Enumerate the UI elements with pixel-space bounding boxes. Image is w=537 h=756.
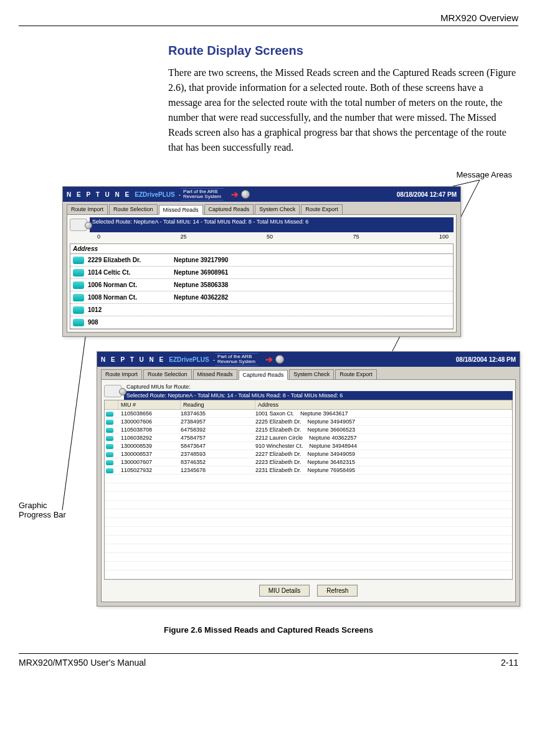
message-area-captured: Selected Route: NeptuneA - Total MIUs: 1… [124, 391, 513, 400]
grid-body: 1105038656183746351001 Saxon Ct. Neptune… [105, 410, 512, 579]
tab-captured-reads[interactable]: Captured Reads [204, 204, 254, 214]
table-row-empty [105, 518, 512, 527]
button-row: MIU Details Refresh [104, 580, 513, 599]
product-name: EZDrivePLUS [135, 191, 174, 198]
tab-route-export[interactable]: Route Export [335, 369, 377, 379]
table-row-empty [105, 544, 512, 553]
product-name: EZDrivePLUS [169, 356, 209, 363]
table-row-empty [105, 501, 512, 509]
page-header-right: MRX920 Overview [19, 12, 518, 23]
table-row[interactable]: 1105027932123456782231 Elizabeth Dr. Nep… [105, 466, 512, 475]
datetime-missed: 08/18/2004 12:47 PM [397, 191, 457, 198]
address-row[interactable]: 1008 Norman Ct.Neptune 40362282 [70, 291, 453, 304]
tab-route-export[interactable]: Route Export [301, 204, 343, 214]
table-row-empty [105, 509, 512, 518]
table-row[interactable]: 1300007607837463522223 Elizabeth Dr. Nep… [105, 458, 512, 466]
database-icon [275, 355, 284, 364]
table-row-empty [105, 475, 512, 483]
tab-route-import[interactable]: Route Import [67, 204, 108, 214]
captured-grid: MIU # Reading Address 110503865618374635… [104, 400, 513, 580]
col-reading: Reading [181, 400, 255, 409]
refresh-button[interactable]: Refresh [317, 585, 358, 597]
message-area-missed: Selected Route: NeptuneA - Total MIUs: 1… [90, 217, 454, 226]
table-row[interactable]: 130000853958473647910 Winchester Ct. Nep… [105, 442, 512, 450]
page-footer: MRX920/MTX950 User's Manual 2-11 [19, 653, 518, 668]
brand: N E P T U N E [101, 356, 165, 363]
tab-route-selection[interactable]: Route Selection [109, 204, 158, 214]
address-row[interactable]: 1014 Celtic Ct.Neptune 36908961 [70, 267, 453, 279]
table-row-empty [105, 562, 512, 570]
titlebar-missed: N E P T U N E EZDrivePLUS - Part of the … [63, 187, 460, 202]
arrow-icon: ➔ [265, 354, 273, 364]
section-title: Route Display Screens [168, 44, 518, 58]
grid-header: MIU # Reading Address [105, 400, 512, 410]
tagline: Part of the ARBRevenue System [215, 353, 258, 366]
address-row[interactable]: 1012 [70, 304, 453, 316]
table-row[interactable]: 1106038292475847572212 Lauren Circle Nep… [105, 434, 512, 442]
captured-reads-window: N E P T U N E EZDrivePLUS - Part of the … [97, 351, 520, 607]
address-header: Address [70, 243, 454, 254]
table-row[interactable]: 1105038708647583922215 Elizabeth Dr. Nep… [105, 426, 512, 434]
table-row-empty [105, 536, 512, 544]
progress-scale: 0 25 50 75 100 [70, 232, 454, 241]
miu-details-button[interactable]: MIU Details [259, 585, 310, 597]
section-paragraph: There are two screens, the Missed Reads … [168, 65, 518, 155]
table-row[interactable]: 1300007606273849572225 Elizabeth Dr. Nep… [105, 418, 512, 426]
callout-message-areas: Message Areas [456, 170, 512, 179]
captured-panel: Captured MIUs for Route: Selected Route:… [101, 379, 516, 602]
tab-captured-reads[interactable]: Captured Reads [239, 370, 288, 380]
table-row[interactable]: 1105038656183746351001 Saxon Ct. Neptune… [105, 410, 512, 418]
figure-caption: Figure 2.6 Missed Reads and Captured Rea… [19, 625, 518, 635]
address-row[interactable]: 1006 Norman Ct.Neptune 35806338 [70, 279, 453, 291]
tab-route-selection[interactable]: Route Selection [143, 369, 192, 379]
address-row[interactable]: 908 [70, 316, 453, 329]
tagline: Part of the ARBRevenue System [181, 188, 224, 201]
missed-reads-window: N E P T U N E EZDrivePLUS - Part of the … [62, 186, 461, 337]
table-row-empty [105, 492, 512, 501]
header-rule [19, 26, 518, 26]
captured-sublabel: Captured MIUs for Route: [124, 382, 513, 391]
col-miu: MIU # [118, 400, 181, 409]
route-db-icon [70, 219, 87, 231]
footer-right: 2-11 [501, 658, 518, 668]
table-row-empty [105, 527, 512, 536]
col-address: Address [255, 400, 512, 409]
route-db-icon [104, 385, 121, 397]
table-row-empty [105, 483, 512, 492]
database-icon [241, 190, 250, 199]
tab-missed-reads[interactable]: Missed Reads [159, 205, 203, 215]
tab-system-check[interactable]: System Check [289, 369, 334, 379]
address-list: 2229 Elizabeth Dr.Neptune 392179901014 C… [70, 254, 454, 329]
tab-route-import[interactable]: Route Import [101, 369, 142, 379]
tab-missed-reads[interactable]: Missed Reads [193, 369, 237, 379]
table-row-empty [105, 553, 512, 562]
message-header: Captured MIUs for Route: Selected Route:… [104, 382, 513, 400]
arrow-icon: ➔ [231, 189, 239, 199]
tabbar-missed: Route Import Route Selection Missed Read… [63, 202, 460, 214]
datetime-captured: 08/18/2004 12:48 PM [456, 356, 516, 363]
table-row[interactable]: 1300008537237485932227 Elizabeth Dr. Nep… [105, 450, 512, 458]
progress-bar [90, 226, 454, 232]
callout-progress-bar: Graphic Progress Bar [19, 501, 66, 519]
figure-area: Message Areas Graphic Progress Bar N E P… [19, 174, 518, 635]
brand: N E P T U N E [67, 191, 131, 198]
address-row[interactable]: 2229 Elizabeth Dr.Neptune 39217990 [70, 254, 453, 267]
tab-system-check[interactable]: System Check [255, 204, 300, 214]
missed-panel: Selected Route: NeptuneA - Total MIUs: 1… [67, 214, 457, 333]
titlebar-captured: N E P T U N E EZDrivePLUS - Part of the … [97, 352, 520, 367]
tabbar-captured: Route Import Route Selection Missed Read… [97, 367, 520, 379]
footer-left: MRX920/MTX950 User's Manual [19, 658, 146, 668]
table-row-empty [105, 570, 512, 579]
message-header: Selected Route: NeptuneA - Total MIUs: 1… [70, 217, 454, 232]
